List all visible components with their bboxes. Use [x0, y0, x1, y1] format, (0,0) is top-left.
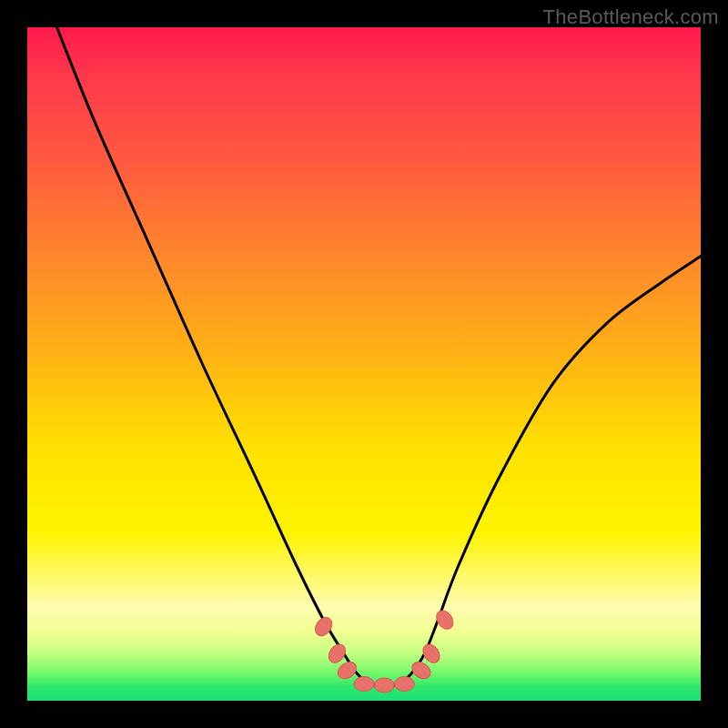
curve-marker — [433, 608, 457, 632]
curve-marker — [420, 642, 443, 666]
chart-frame: TheBottleneck.com — [0, 0, 728, 728]
watermark-text: TheBottleneck.com — [543, 5, 719, 29]
curve-markers — [312, 608, 457, 693]
curve-svg — [27, 27, 701, 701]
curve-marker — [374, 678, 394, 693]
plot-area — [27, 27, 701, 701]
curve-marker — [394, 677, 414, 692]
curve-marker — [354, 677, 374, 692]
bottleneck-curve — [55, 21, 701, 688]
curve-marker — [326, 642, 349, 666]
